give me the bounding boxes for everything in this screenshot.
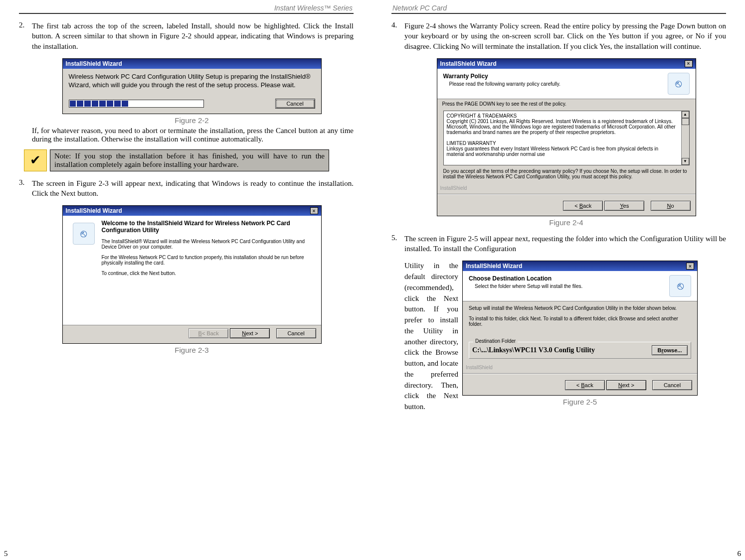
eula-line: COPYRIGHT & TRADEMARKS <box>447 113 677 119</box>
step-2-text: The first tab across the top of the scre… <box>32 21 354 51</box>
page-number: 6 <box>738 550 742 558</box>
installshield-brand: InstallShield <box>440 185 696 191</box>
no-button[interactable]: No <box>651 201 691 211</box>
figure-2-5: InstallShield Wizard × ⎋ Choose Destinat… <box>462 261 698 406</box>
destination-path: C:\...\Linksys\WPC11 V3.0 Config Utility <box>472 346 595 354</box>
step-2-number: 2. <box>19 21 30 29</box>
dialog-title: InstallShield Wizard <box>66 60 122 67</box>
dialog-heading: Choose Destination Location <box>469 275 691 282</box>
scroll-thumb[interactable] <box>682 118 689 125</box>
note-text: Note: If you stop the installation befor… <box>50 149 329 171</box>
page-down-hint: Press the PAGE DOWN key to see the rest … <box>437 99 696 109</box>
step-5: 5. The screen in Figure 2-5 will appear … <box>391 234 726 254</box>
figure-2-4-caption: Figure 2-4 <box>406 218 726 227</box>
eula-textbox[interactable]: COPYRIGHT & TRADEMARKS Copyright (C) 200… <box>443 111 690 165</box>
figure-2-2: InstallShield Wizard Wireless Network PC… <box>30 58 354 125</box>
figure-2-5-caption: Figure 2-5 <box>462 398 698 406</box>
close-icon[interactable]: × <box>685 60 693 67</box>
installer-icon: ⎋ <box>669 275 691 297</box>
destination-folder-group: Destination Folder C:\...\Linksys\WPC11 … <box>469 342 691 359</box>
figure-2-4: InstallShield Wizard × ⎋ Warranty Policy… <box>406 58 726 227</box>
dialog-subheading: Select the folder where Setup will insta… <box>475 283 691 289</box>
figure-2-2-caption: Figure 2-2 <box>30 116 354 125</box>
installshield-brand: InstallShield <box>466 365 697 370</box>
eula-line: Linksys guarantees that every Instant Wi… <box>447 146 677 157</box>
page-number: 5 <box>4 550 8 558</box>
cancel-button[interactable]: Cancel <box>276 328 316 338</box>
warning-icon: ✔ <box>24 149 47 171</box>
next-button[interactable]: Next > <box>606 380 646 390</box>
step-5-number: 5. <box>391 234 402 242</box>
eula-line: Copyright (C) 2001 Linksys, All Rights R… <box>447 119 677 135</box>
step-5-sidetext: Utility in the default directory (recomm… <box>404 261 458 413</box>
dialog-title: InstallShield Wizard <box>66 207 122 214</box>
close-icon[interactable]: × <box>686 263 694 270</box>
yes-button[interactable]: Yes <box>604 201 644 211</box>
step-2: 2. The first tab across the top of the s… <box>19 21 354 51</box>
dialog-heading: Welcome to the InstallShield Wizard for … <box>102 220 315 234</box>
close-icon[interactable]: × <box>310 207 318 214</box>
step-5-lead: The screen in Figure 2-5 will appear nex… <box>404 234 726 254</box>
step-2-aftertext: If, for whatever reason, you need to abo… <box>32 127 354 143</box>
dialog-paragraph: The InstallShield® Wizard will install t… <box>102 239 315 250</box>
dialog-titlebar: InstallShield Wizard × <box>463 261 697 271</box>
installer-icon: ⎋ <box>73 223 95 245</box>
next-button[interactable]: Next > <box>230 328 270 338</box>
destination-folder-legend: Destination Folder <box>473 338 518 344</box>
header-left: Instant Wireless™ Series <box>19 4 354 14</box>
back-button[interactable]: < Back <box>563 201 603 211</box>
dialog-paragraph: To install to this folder, click Next. T… <box>469 316 691 327</box>
dialog-title: InstallShield Wizard <box>440 60 497 67</box>
step-4-number: 4. <box>391 21 402 29</box>
scroll-down-icon[interactable]: ▼ <box>682 158 689 165</box>
dialog-title: InstallShield Wizard <box>466 263 522 270</box>
step-3: 3. The screen in Figure 2-3 will appear … <box>19 178 354 199</box>
dialog-paragraph: To continue, click the Next button. <box>102 271 315 276</box>
back-button: B< Back< Back <box>188 328 228 338</box>
progress-bar <box>69 100 204 108</box>
figure-2-3-caption: Figure 2-3 <box>30 346 354 354</box>
step-3-number: 3. <box>19 178 30 187</box>
dialog-paragraph: Setup will install the Wireless Network … <box>469 305 691 311</box>
scroll-up-icon[interactable]: ▲ <box>682 111 689 118</box>
step-3-text: The screen in Figure 2-3 will appear nex… <box>32 178 354 199</box>
dialog-subheading: Please read the following warranty polic… <box>449 81 690 87</box>
step-4-text: Figure 2-4 shows the Warranty Policy scr… <box>404 21 726 51</box>
browse-button[interactable]: Browse... <box>652 345 688 355</box>
note-box: ✔ Note: If you stop the installation bef… <box>24 149 354 171</box>
step-4: 4. Figure 2-4 shows the Warranty Policy … <box>391 21 726 51</box>
dialog-heading: Warranty Policy <box>443 73 690 80</box>
figure-2-3: InstallShield Wizard × ⎋ Welcome to the … <box>30 205 354 354</box>
installer-icon: ⎋ <box>668 73 690 95</box>
dialog-titlebar: InstallShield Wizard × <box>63 206 321 216</box>
dialog-titlebar: InstallShield Wizard <box>63 59 321 69</box>
dialog-titlebar: InstallShield Wizard × <box>437 59 696 69</box>
dialog-body-text: Wireless Network PC Card Configuration U… <box>69 73 315 90</box>
dialog-paragraph: For the Wireless Network PC Card to func… <box>102 255 315 266</box>
cancel-button[interactable]: Cancel <box>652 380 692 390</box>
back-button[interactable]: < Back <box>565 380 605 390</box>
accept-question: Do you accept all the terms of the prece… <box>443 168 690 179</box>
eula-line: LIMITED WARRANTY <box>447 140 677 146</box>
scrollbar[interactable]: ▲ ▼ <box>681 111 689 165</box>
header-right: Network PC Card <box>391 4 726 14</box>
cancel-button[interactable]: Cancel <box>275 99 315 109</box>
